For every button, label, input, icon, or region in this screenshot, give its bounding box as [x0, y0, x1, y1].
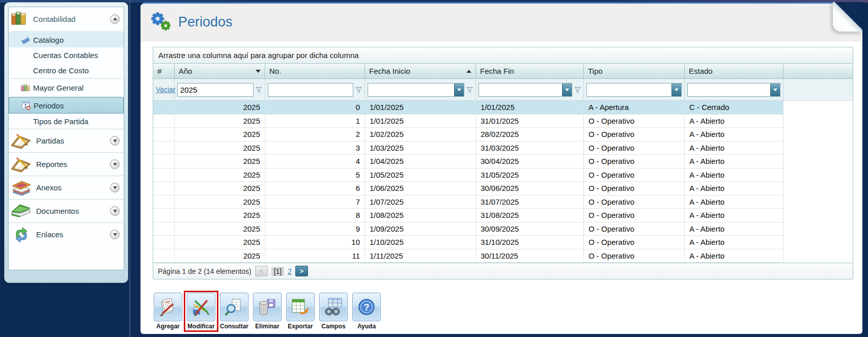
filter-funnel-icon[interactable] [256, 87, 262, 93]
column-header-fecha-fin[interactable]: Fecha Fin [476, 64, 584, 78]
table-row[interactable]: 2025 10 1/10/2025 31/10/2025 O - Operati… [153, 236, 853, 249]
toolbar-label: Modificar [187, 323, 214, 330]
sidebar-section-enlaces[interactable]: Enlaces [9, 222, 124, 246]
expand-section-button[interactable] [110, 206, 120, 216]
group-by-bar[interactable]: Arrastre una columna aquí para agrupar p… [153, 47, 853, 64]
dropdown-button[interactable] [671, 83, 681, 96]
toolbar-label: Eliminar [255, 323, 279, 330]
column-header-ano[interactable]: Año [175, 64, 265, 78]
main-panel: Periodos Arrastre una columna aquí para … [141, 2, 862, 334]
delete-icon [253, 293, 282, 321]
expand-section-button[interactable] [110, 183, 120, 192]
column-header-estado[interactable]: Estado [685, 64, 783, 78]
cell-num [153, 115, 175, 128]
table-row[interactable]: 2025 11 1/11/2025 30/11/2025 O - Operati… [153, 249, 853, 263]
clear-filters-link[interactable]: Vaciar [156, 86, 172, 94]
cell-estado: C - Cerrado [685, 101, 783, 115]
row-filler [783, 168, 853, 182]
books-icon [11, 10, 28, 27]
pager-prev-button[interactable]: < [255, 266, 268, 276]
cell-fecha-inicio: 1/10/2025 [365, 236, 476, 249]
expand-section-button[interactable] [110, 230, 120, 239]
sidebar: Contabilidad Catalogo Cuentas Contables … [4, 2, 128, 283]
filter-cell-filler [783, 79, 853, 100]
sidebar-section-partidas[interactable]: Partidas [9, 129, 124, 152]
cell-estado: A - Abierto [685, 128, 783, 142]
table-row[interactable]: 2025 7 1/07/2025 31/07/2025 O - Operativ… [153, 195, 853, 209]
expand-section-button[interactable] [110, 136, 120, 146]
cell-ano: 2025 [175, 168, 265, 182]
dropdown-button[interactable] [770, 83, 780, 96]
table-row[interactable]: 2025 4 1/04/2025 30/04/2025 O - Operativ… [153, 155, 853, 168]
filter-estado-input[interactable] [688, 83, 770, 96]
table-row[interactable]: 2025 8 1/08/2025 31/08/2025 O - Operativ… [153, 209, 853, 222]
cell-num [153, 128, 175, 142]
cell-tipo: O - Operativo [584, 128, 685, 142]
cell-fecha-fin: 30/04/2025 [476, 155, 584, 168]
table-row[interactable]: 2025 5 1/05/2025 31/05/2025 O - Operativ… [153, 168, 853, 182]
chevron-up-icon [113, 17, 117, 20]
filter-funnel-icon[interactable] [466, 87, 473, 93]
sidebar-item-cuentas-contables[interactable]: Cuentas Contables [9, 47, 124, 63]
table-row[interactable]: 2025 3 1/03/2025 31/03/2025 O - Operativ… [153, 142, 853, 155]
sidebar-item-periodos[interactable]: 1 Periodos [9, 97, 124, 114]
filter-fecha-inicio-input[interactable] [368, 83, 454, 96]
ano-column-arrow-icon[interactable] [256, 70, 261, 73]
sidebar-item-centro-de-costo[interactable]: Centro de Costo [9, 63, 124, 78]
row-filler [783, 101, 853, 115]
table-row[interactable]: 2025 1 1/01/2025 31/01/2025 O - Operativ… [153, 115, 853, 128]
pager-current-page: [1] [271, 267, 285, 276]
column-header-fecha-inicio[interactable]: Fecha Inicio [365, 64, 476, 78]
toolbar-item-campos[interactable]: Campos [318, 293, 349, 330]
chevron-down-icon [113, 163, 117, 166]
filter-no-input[interactable] [268, 83, 353, 97]
sidebar-item-mayor-general[interactable]: Mayor General [9, 79, 124, 96]
filter-ano-input[interactable] [177, 83, 254, 97]
cell-ano: 2025 [175, 101, 265, 115]
column-header-num[interactable]: # [153, 64, 175, 78]
row-filler [783, 182, 853, 195]
toolbar-item-modificar[interactable]: Modificar [186, 293, 216, 330]
chevron-down-icon [565, 89, 569, 91]
sidebar-splitter[interactable] [129, 0, 130, 337]
fields-binoculars-icon [319, 293, 348, 321]
column-header-no[interactable]: No. [265, 64, 365, 78]
folder-files-icon [10, 180, 33, 196]
cell-fecha-inicio: 1/03/2025 [365, 142, 476, 155]
table-row[interactable]: 2025 9 1/09/2025 30/09/2025 O - Operativ… [153, 222, 853, 236]
filter-tipo-input[interactable] [587, 83, 671, 96]
table-row[interactable]: 2025 6 1/06/2025 30/06/2025 O - Operativ… [153, 182, 853, 195]
cell-num [153, 195, 175, 209]
toolbar-item-agregar[interactable]: Agregar [153, 293, 183, 330]
row-filler [783, 249, 853, 263]
page-curl-decoration [833, 2, 862, 32]
toolbar-item-exportar[interactable]: Exportar [285, 293, 316, 330]
filter-cell-tipo [584, 79, 685, 100]
divider [11, 78, 122, 79]
pager-next-button[interactable]: > [295, 266, 308, 276]
toolbar-item-consultar[interactable]: Consultar [219, 293, 249, 330]
table-row[interactable]: 2025 0 1/01/2025 1/01/2025 A - Apertura … [153, 101, 853, 115]
sidebar-header-contabilidad[interactable]: Contabilidad [9, 7, 124, 31]
collapse-group-button[interactable] [110, 14, 120, 24]
sidebar-section-anexos[interactable]: Anexos [9, 176, 124, 199]
pager-page-2-link[interactable]: 2 [288, 267, 292, 275]
column-header-tipo[interactable]: Tipo [584, 64, 685, 78]
sidebar-item-catalogo[interactable]: Catalogo [9, 32, 124, 47]
filter-cell-fecha-fin [476, 79, 584, 100]
sidebar-item-tipos-de-partida[interactable]: Tipos de Partida [9, 114, 124, 129]
toolbar-label: Campos [321, 323, 345, 330]
sidebar-section-reportes[interactable]: Reportes [9, 152, 124, 176]
table-row[interactable]: 2025 2 1/02/2025 28/02/2025 O - Operativ… [153, 128, 853, 142]
sidebar-section-documentos[interactable]: Documentos [9, 199, 124, 222]
toolbar-item-ayuda[interactable]: ? Ayuda [351, 293, 382, 330]
dropdown-button[interactable] [454, 83, 464, 96]
filter-funnel-icon[interactable] [355, 87, 362, 93]
filter-fecha-fin-input[interactable] [479, 83, 562, 96]
expand-section-button[interactable] [110, 159, 120, 169]
dropdown-button[interactable] [562, 83, 572, 96]
toolbar-item-eliminar[interactable]: Eliminar [252, 293, 283, 330]
clipboard-pencil-icon [10, 156, 33, 173]
cell-num [153, 142, 175, 155]
filter-funnel-icon[interactable] [574, 87, 581, 93]
